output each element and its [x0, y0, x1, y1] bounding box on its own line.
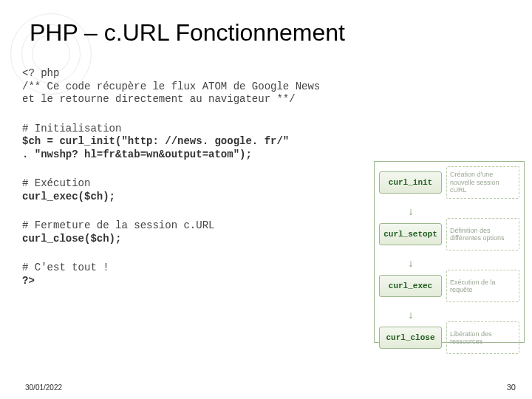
diagram-desc-setopt: Définition des différentes options — [446, 218, 519, 250]
diagram-desc-exec: Exécution de la requête — [446, 270, 519, 302]
code-doc-line1: /** Ce code récupère le flux ATOM de Goo… — [22, 81, 532, 94]
code-doc-line2: et le retourne directement au navigateur… — [22, 93, 532, 106]
arrow-down-icon: ↓ — [379, 205, 443, 218]
code-init-line2: . "nwshp? hl=fr&tab=wn&output=atom"); — [22, 149, 532, 162]
footer-page-number: 30 — [507, 383, 516, 392]
diagram-box-setopt: curl_setopt — [379, 223, 442, 245]
code-open-tag: <? php — [22, 67, 532, 81]
code-init-comment: # Initialisation — [22, 123, 532, 136]
flow-diagram: curl_init Création d'une nouvelle sessio… — [374, 161, 525, 343]
diagram-box-init: curl_init — [379, 171, 442, 194]
arrow-down-icon: ↓ — [379, 308, 443, 321]
diagram-desc-close: Libération des ressources — [446, 321, 519, 354]
footer-date: 30/01/2022 — [25, 383, 62, 392]
diagram-desc-init: Création d'une nouvelle session cURL — [446, 166, 519, 199]
arrow-down-icon: ↓ — [379, 256, 443, 270]
diagram-box-exec: curl_exec — [379, 275, 442, 297]
slide-title: PHP – c.URL Fonctionnement — [0, 0, 532, 47]
diagram-box-close: curl_close — [379, 327, 442, 349]
code-init-line1: $ch = curl_init("http: //news. google. f… — [22, 135, 532, 149]
